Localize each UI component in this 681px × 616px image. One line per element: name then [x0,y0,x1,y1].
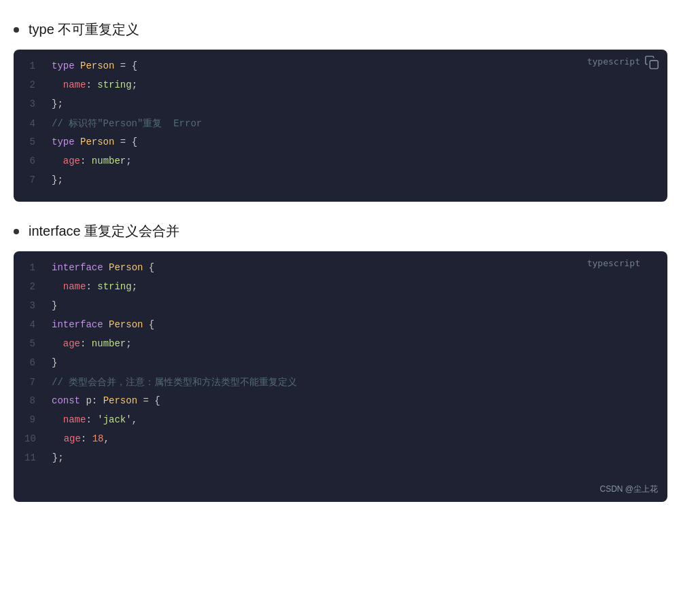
line-number: 7 [14,376,46,389]
line-code: name: 'jack', [46,413,667,427]
line-number: 6 [14,356,46,369]
line-number: 11 [14,451,47,465]
line-code: } [46,356,667,369]
line-number: 2 [14,280,46,293]
code-line: 9 name: 'jack', [14,413,667,432]
lang-label-1: typescript [587,56,640,67]
line-code: }; [47,451,667,465]
line-code: age: 18, [47,432,667,446]
line-number: 1 [14,261,46,274]
bullet-text-1: type 不可重复定义 [29,20,139,39]
bullet-text-2: interface 重复定义会合并 [29,222,179,240]
code-line: 5 age: number; [14,337,667,356]
line-code: // 标识符"Person"重复 Error [46,116,667,131]
code-content-1: 1type Person = {2 name: string;3};4// 标识… [14,50,667,202]
code-line: 7// 类型会合并，注意：属性类型和方法类型不能重复定义 [14,375,667,394]
code-line: 11}; [14,451,667,470]
bullet-item-1: type 不可重复定义 [14,20,667,39]
code-line: 2 name: string; [14,280,667,299]
code-line: 7}; [14,173,667,192]
bullet-dot-2 [14,229,19,234]
line-code: interface Person { [46,261,667,274]
watermark: CSDN @尘上花 [14,479,667,502]
line-number: 3 [14,97,46,111]
line-code: type Person = { [46,135,667,149]
line-code: } [46,299,667,312]
line-code: }; [46,97,667,111]
code-line: 4interface Person { [14,318,667,337]
line-code: name: string; [46,280,667,293]
line-code: const p: Person = { [46,394,667,407]
code-line: 3} [14,299,667,318]
line-number: 2 [14,78,46,92]
line-number: 5 [14,337,46,350]
line-number: 10 [14,432,47,446]
bullet-item-2: interface 重复定义会合并 [14,222,667,240]
bullet-dot-1 [14,27,19,33]
code-block-2: typescript 1interface Person {2 name: st… [14,251,667,502]
code-block-1: typescript 1type Person = {2 name: strin… [14,50,667,202]
line-number: 4 [14,318,46,331]
line-code: // 类型会合并，注意：属性类型和方法类型不能重复定义 [46,375,667,390]
line-number: 3 [14,299,46,312]
code-line: 8const p: Person = { [14,394,667,413]
line-code: age: number; [46,154,667,168]
line-code: age: number; [46,337,667,350]
line-number: 9 [14,413,46,427]
code-line: 4// 标识符"Person"重复 Error [14,116,667,135]
line-code: }; [46,173,667,187]
line-number: 8 [14,394,46,407]
lang-label-2: typescript [587,258,640,268]
svg-rect-0 [650,60,658,69]
line-number: 5 [14,135,46,149]
line-code: name: string; [46,78,667,92]
code-line: 3}; [14,97,667,116]
copy-icon-1[interactable] [644,55,659,70]
code-line: 1type Person = { [14,59,667,78]
line-number: 4 [14,117,46,130]
line-number: 7 [14,173,46,187]
code-line: 2 name: string; [14,78,667,97]
code-line: 6} [14,356,667,375]
code-content-2: 1interface Person {2 name: string;3}4int… [14,251,667,479]
code-line: 1interface Person { [14,261,667,280]
line-number: 6 [14,154,46,168]
code-line: 10 age: 18, [14,432,667,451]
code-line: 5type Person = { [14,135,667,154]
code-line: 6 age: number; [14,154,667,173]
line-code: interface Person { [46,318,667,331]
line-number: 1 [14,59,46,73]
line-code: type Person = { [46,59,667,73]
